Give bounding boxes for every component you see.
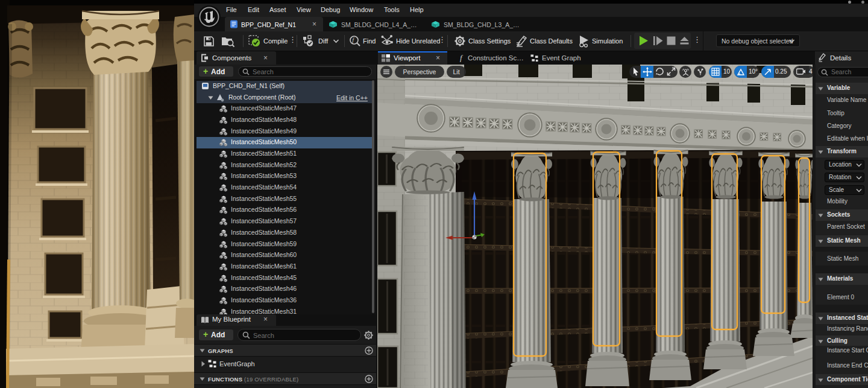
svg-text:f: f bbox=[352, 37, 354, 43]
